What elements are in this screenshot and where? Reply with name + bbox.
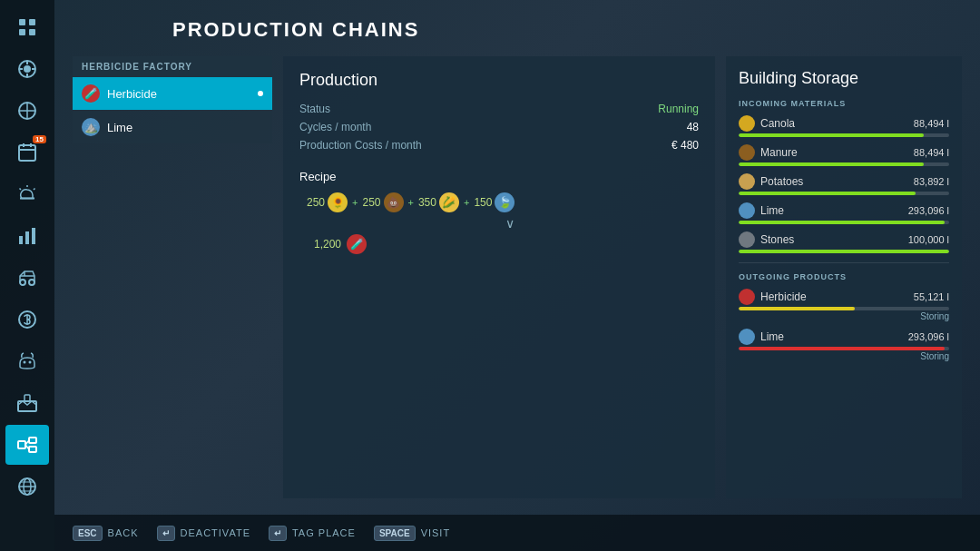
manure-progress-fill (739, 162, 924, 166)
manure-progress-bg (739, 162, 949, 166)
back-label: BACK (108, 527, 139, 538)
ingredient-4: 150 🍃 (474, 192, 514, 212)
enter-key-2: ↵ (269, 526, 287, 541)
status-row: Status Running (299, 103, 699, 115)
output-icon: 🧪 (347, 234, 367, 254)
svg-rect-27 (18, 441, 25, 448)
visit-button[interactable]: SPACE VISIT (374, 526, 450, 541)
stone-progress-bg (739, 250, 949, 253)
svg-rect-2 (19, 29, 25, 35)
svg-rect-16 (25, 231, 29, 244)
potato-storage-icon (739, 173, 755, 190)
potato-name: Potatoes (760, 175, 803, 188)
tag-place-label: TAG PLACE (292, 527, 356, 538)
herbicide-icon: 🧪 (82, 84, 100, 103)
storage-item-potatoes: Potatoes 83,892 l (739, 173, 949, 195)
storage-item-herbicide-out: Herbicide 55,121 l Storing (739, 289, 949, 321)
storage-panel: Building Storage INCOMING MATERIALS Cano… (726, 56, 962, 498)
stone-value: 100,000 l (908, 234, 949, 245)
svg-rect-29 (29, 447, 36, 452)
sidebar-item-money[interactable] (5, 300, 49, 339)
deactivate-label: DEACTIVATE (181, 527, 250, 538)
lime-in-value: 293,096 l (908, 205, 949, 216)
storage-item-stones: Stones 100,000 l (739, 231, 949, 253)
canola-progress-bg (739, 133, 949, 137)
factory-list: HERBICIDE FACTORY 🧪 Herbicide ⛰️ Lime (73, 56, 272, 498)
herbicide-progress-fill (739, 307, 855, 310)
main-content: PRODUCTION CHAINS HERBICIDE FACTORY 🧪 He… (54, 0, 980, 515)
recipe-ingredients: 250 🌻 + 250 💩 + 350 🌽 + 150 (299, 192, 699, 212)
sidebar-item-globe[interactable] (5, 467, 49, 507)
sidebar-item-vehicles[interactable] (5, 258, 49, 298)
svg-rect-11 (19, 145, 35, 161)
factory-item-lime[interactable]: ⛰️ Lime (73, 111, 272, 143)
selected-dot (258, 91, 263, 96)
lime-ingredient-icon: 🍃 (495, 192, 514, 212)
visit-label: VISIT (421, 527, 451, 538)
status-label: Status (299, 103, 330, 115)
svg-rect-26 (24, 395, 30, 401)
storage-divider (739, 262, 949, 263)
manure-value: 88,494 l (914, 147, 949, 158)
recipe-arrow: ∨ (321, 216, 699, 231)
svg-point-24 (29, 361, 32, 364)
output-amount: 1,200 (314, 238, 341, 251)
canola-storage-icon (739, 115, 755, 132)
storage-item-lime-out: Lime 293,096 l Storing (739, 329, 949, 361)
storage-title: Building Storage (739, 69, 949, 88)
recipe-section: Recipe 250 🌻 + 250 💩 + 350 🌽 (299, 170, 699, 254)
stone-progress-fill (739, 250, 949, 253)
lime-sublabel: Storing (739, 351, 949, 361)
potato-progress-fill (739, 192, 916, 195)
svg-point-23 (24, 361, 26, 364)
costs-row: Production Costs / month € 480 (299, 139, 699, 152)
production-title: Production (299, 71, 699, 90)
sidebar-item-animals[interactable] (5, 341, 49, 381)
sidebar-item-stats[interactable] (5, 216, 49, 256)
plus-1: + (352, 197, 358, 208)
factory-item-label: Herbicide (107, 87, 258, 101)
deactivate-button[interactable]: ↵ DEACTIVATE (157, 526, 250, 541)
sidebar-item-fields[interactable] (5, 91, 49, 131)
plus-3: + (464, 197, 469, 208)
potato-progress-bg (739, 192, 949, 195)
sidebar-item-map[interactable] (5, 7, 49, 47)
lime-storage-icon (739, 202, 755, 219)
storage-item-canola: Canola 88,494 l (739, 115, 949, 137)
storage-item-lime-in: Lime 293,096 l (739, 202, 949, 224)
sidebar-item-production[interactable] (5, 383, 49, 423)
lime-out-progress-bg (739, 347, 949, 350)
sidebar-item-farm[interactable] (5, 49, 49, 89)
factory-item-label-lime: Lime (107, 121, 263, 134)
esc-back-button[interactable]: ESC BACK (73, 526, 139, 541)
canola-icon: 🌻 (328, 192, 348, 212)
ingredient-1: 250 🌻 (307, 192, 348, 212)
svg-rect-0 (19, 19, 25, 25)
herbicide-sublabel: Storing (739, 311, 949, 321)
svg-point-18 (20, 280, 25, 285)
incoming-header: INCOMING MATERIALS (739, 99, 949, 108)
production-panel: Production Status Running Cycles / month… (283, 56, 715, 498)
ingredient-2: 250 💩 (362, 192, 403, 212)
manure-icon: 💩 (384, 192, 404, 212)
lime-in-progress-fill (739, 221, 945, 224)
svg-point-19 (29, 280, 34, 285)
status-value: Running (658, 103, 699, 115)
tag-place-button[interactable]: ↵ TAG PLACE (269, 526, 356, 541)
svg-rect-1 (29, 19, 35, 25)
svg-point-5 (24, 65, 31, 73)
bottom-bar: ESC BACK ↵ DEACTIVATE ↵ TAG PLACE SPACE … (54, 515, 980, 551)
page-title: PRODUCTION CHAINS (172, 18, 962, 42)
lime-in-progress-bg (739, 221, 949, 224)
svg-rect-3 (29, 29, 35, 35)
sidebar-item-weather[interactable] (5, 174, 49, 214)
sidebar-item-chains[interactable] (5, 425, 49, 465)
enter-key-1: ↵ (157, 526, 175, 541)
cycles-row: Cycles / month 48 (299, 121, 699, 133)
sidebar-item-calendar[interactable]: 15 (5, 133, 49, 172)
plus-2: + (408, 197, 414, 208)
herbicide-out-icon (739, 289, 755, 305)
sidebar: 15 (0, 0, 54, 551)
esc-key: ESC (73, 526, 103, 541)
factory-item-herbicide[interactable]: 🧪 Herbicide (73, 77, 272, 110)
